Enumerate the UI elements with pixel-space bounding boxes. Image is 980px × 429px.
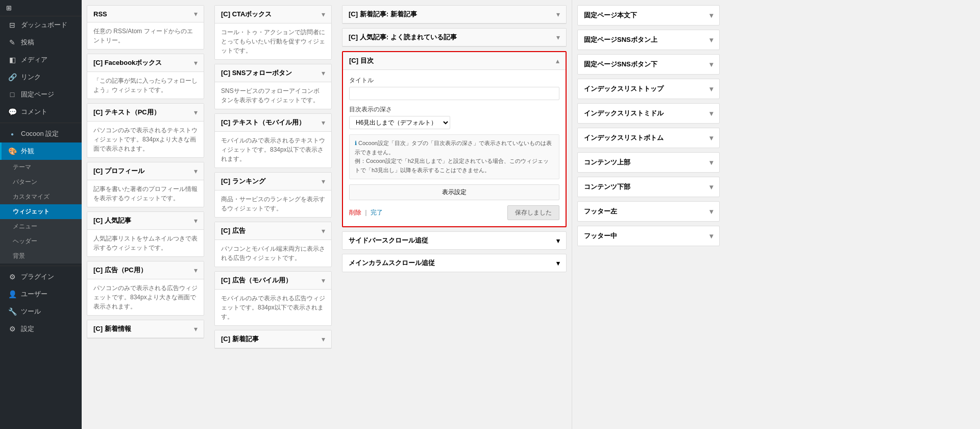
sidebar-item-users[interactable]: 👤 ユーザー — [0, 285, 82, 303]
chevron-down-icon: ▾ — [709, 85, 713, 93]
widget-cta-title: [C] CTAボックス — [221, 10, 272, 19]
widget-rss-title: RSS — [93, 10, 107, 18]
widget-sns-header[interactable]: [C] SNSフォローボタン ▾ — [215, 64, 331, 82]
sidebar-item-customize[interactable]: カスタマイズ — [0, 189, 82, 204]
widget-text-mobile: [C] テキスト（モバイル用） ▾ モバイルのみで表示されるテキストウィジェット… — [214, 113, 332, 168]
widget-rss-header[interactable]: RSS ▾ — [87, 6, 204, 22]
widget-profile-header[interactable]: [C] プロフィール ▾ — [87, 162, 204, 180]
sidebar-submenu-label: ヘッダー — [13, 237, 37, 246]
sidebar-item-widget[interactable]: ウィジェット — [0, 204, 82, 219]
chevron-down-icon: ▾ — [322, 335, 325, 343]
toc-display-settings-button[interactable]: 表示設定 — [349, 184, 559, 200]
section-kotei-sns-shita[interactable]: 固定ページSNSボタン下 ▾ — [577, 54, 720, 75]
chevron-down-icon: ▾ — [194, 167, 198, 175]
section-footer-left[interactable]: フッター左 ▾ — [577, 201, 720, 222]
sidebar-item-label: 固定ページ — [21, 90, 54, 99]
widget-text-mobile-header[interactable]: [C] テキスト（モバイル用） ▾ — [215, 114, 331, 132]
chevron-down-icon: ▾ — [556, 33, 560, 41]
widget-ad-mobile-header[interactable]: [C] 広告（モバイル用） ▾ — [215, 272, 331, 290]
widget-column-2: [C] CTAボックス ▾ コール・トゥ・アクションで訪問者にとってもらいたい行… — [209, 0, 337, 429]
sidebar-item-label: 設定 — [21, 324, 34, 333]
toc-depth-select[interactable]: H6見出しまで（デフォルト） H1見出しまで H2見出しまで H3見出しまで H… — [349, 116, 450, 129]
section-content-top[interactable]: コンテンツ上部 ▾ — [577, 152, 720, 173]
section-kotei-sns-ue[interactable]: 固定ページSNSボタン上 ▾ — [577, 30, 720, 50]
sidebar-item-posts[interactable]: ✎ 投稿 — [0, 34, 82, 51]
sidebar-item-cocoon[interactable]: ● Cocoon 設定 — [0, 125, 82, 142]
sidebar-scroll-header[interactable]: サイドバースクロール追従 ▾ — [342, 231, 567, 250]
sidebar-item-settings[interactable]: ⚙ 設定 — [0, 320, 82, 338]
widget-new-article-tag-header[interactable]: [C] 新着記事: 新着記事 ▾ — [342, 6, 566, 23]
widget-new-info-header[interactable]: [C] 新着情報 ▾ — [87, 320, 204, 338]
chevron-down-icon: ▾ — [194, 217, 198, 225]
chevron-down-icon: ▾ — [709, 207, 713, 216]
sidebar-submenu-label: テーマ — [13, 163, 31, 172]
toc-delete-link[interactable]: 削除 — [349, 209, 363, 216]
section-index-list-bottom[interactable]: インデックスリストボトム ▾ — [577, 128, 720, 148]
widget-popular-article-tag-header[interactable]: [C] 人気記事: よく読まれている記事 ▾ — [342, 29, 566, 46]
complete-label: 完了 — [371, 209, 383, 216]
widget-ranking-header[interactable]: [C] ランキング ▾ — [215, 173, 331, 190]
section-index-list-middle[interactable]: インデックスリストミドル ▾ — [577, 103, 720, 124]
tools-icon: 🔧 — [8, 307, 17, 316]
sidebar-submenu-label: カスタマイズ — [13, 193, 50, 201]
widget-sns: [C] SNSフォローボタン ▾ SNSサービスのフォローアイコンボタンを表示す… — [214, 64, 332, 109]
section-label: フッター左 — [584, 207, 617, 216]
sidebar-item-theme[interactable]: テーマ — [0, 160, 82, 175]
widget-facebook-header[interactable]: [C] Facebookボックス ▾ — [87, 54, 204, 72]
sidebar-submenu-label: メニュー — [13, 222, 37, 231]
display-settings-label: 表示設定 — [442, 188, 467, 196]
section-content-bottom[interactable]: コンテンツ下部 ▾ — [577, 177, 720, 197]
sidebar-scroll-label: サイドバースクロール追従 — [349, 236, 428, 245]
sidebar-item-pattern[interactable]: パターン — [0, 175, 82, 189]
widget-ad-pc-body: パソコンのみで表示される広告ウィジェットです。834pxより大きな画面で表示され… — [87, 279, 204, 315]
page-icon: □ — [8, 90, 17, 99]
widget-rss: RSS ▾ 任意の RSS/Atom フィードからのエントリー。 — [87, 5, 204, 50]
section-footer-middle[interactable]: フッター中 ▾ — [577, 226, 720, 246]
sidebar-item-pages[interactable]: □ 固定ページ — [0, 86, 82, 103]
widget-text-pc-header[interactable]: [C] テキスト（PC用） ▾ — [87, 104, 204, 122]
toc-complete-link[interactable]: 完了 — [371, 209, 383, 216]
widget-ad-pc-header[interactable]: [C] 広告（PC用） ▾ — [87, 261, 204, 279]
widget-popular-header[interactable]: [C] 人気記事 ▾ — [87, 212, 204, 230]
toc-save-button[interactable]: 保存しました — [507, 205, 559, 220]
section-index-list-top[interactable]: インデックスリストトップ ▾ — [577, 79, 720, 99]
sidebar-submenu-label: 背景 — [13, 252, 25, 260]
sidebar-item-label: コメント — [21, 107, 47, 116]
sidebar-item-label: 外観 — [21, 147, 34, 156]
section-kotei-honbun-shita[interactable]: 固定ページ本文下 ▾ — [577, 5, 720, 26]
sidebar-item-links[interactable]: 🔗 リンク — [0, 68, 82, 86]
widget-popular-title: [C] 人気記事 — [93, 216, 131, 225]
section-label: 固定ページSNSボタン下 — [584, 60, 657, 69]
chevron-down-icon: ▾ — [709, 183, 713, 191]
sidebar-item-comments[interactable]: 💬 コメント — [0, 103, 82, 121]
sidebar-item-appearance[interactable]: 🎨 外観 — [0, 142, 82, 160]
widget-ad-title: [C] 広告 — [221, 226, 246, 235]
widget-ad-body: パソコンとモバイル端末両方に表示される広告ウィジェットです。 — [215, 240, 331, 267]
sidebar-item-tools[interactable]: 🔧 ツール — [0, 303, 82, 320]
widget-column-3: [C] 新着記事: 新着記事 ▾ [C] 人気記事: よく読まれている記事 ▾ … — [337, 0, 572, 429]
sidebar-item-media[interactable]: ◧ メディア — [0, 51, 82, 68]
widget-toc-body: タイトル 目次表示の深さ H6見出しまで（デフォルト） H1見出しまで H2見出… — [343, 70, 566, 226]
widget-text-mobile-body: モバイルのみで表示されるテキストウィジェットです。834px以下で表示されます。 — [215, 132, 331, 168]
chevron-down-icon: ▾ — [709, 60, 713, 68]
toc-delete-complete: 削除 | 完了 — [349, 208, 383, 217]
sidebar-item-plugins[interactable]: ⚙ プラグイン — [0, 268, 82, 285]
chevron-down-icon: ▾ — [322, 177, 325, 185]
sidebar-item-menu[interactable]: メニュー — [0, 219, 82, 234]
widget-text-pc-title: [C] テキスト（PC用） — [93, 108, 160, 117]
widget-sns-body: SNSサービスのフォローアイコンボタンを表示するウィジェットです。 — [215, 82, 331, 109]
widget-ad-header[interactable]: [C] 広告 ▾ — [215, 222, 331, 240]
media-icon: ◧ — [8, 55, 17, 64]
widget-cta-header[interactable]: [C] CTAボックス ▾ — [215, 6, 331, 23]
widget-new-articles-header[interactable]: [C] 新着記事 ▾ — [215, 330, 331, 348]
sidebar-item-background[interactable]: 背景 — [0, 249, 82, 264]
sidebar-item-label: Cocoon 設定 — [21, 129, 59, 138]
widget-toc-header[interactable]: [C] 目次 ▴ — [343, 52, 566, 70]
sidebar-item-dashboard[interactable]: ⊟ ダッシュボード — [0, 16, 82, 34]
sidebar-item-header[interactable]: ヘッダー — [0, 234, 82, 249]
toc-title-input[interactable] — [349, 87, 559, 100]
chevron-down-icon: ▾ — [709, 158, 713, 166]
posts-icon: ✎ — [8, 38, 17, 47]
main-column-scroll-header[interactable]: メインカラムスクロール追従 ▾ — [342, 254, 567, 272]
sidebar-item-label: 投稿 — [21, 38, 34, 47]
